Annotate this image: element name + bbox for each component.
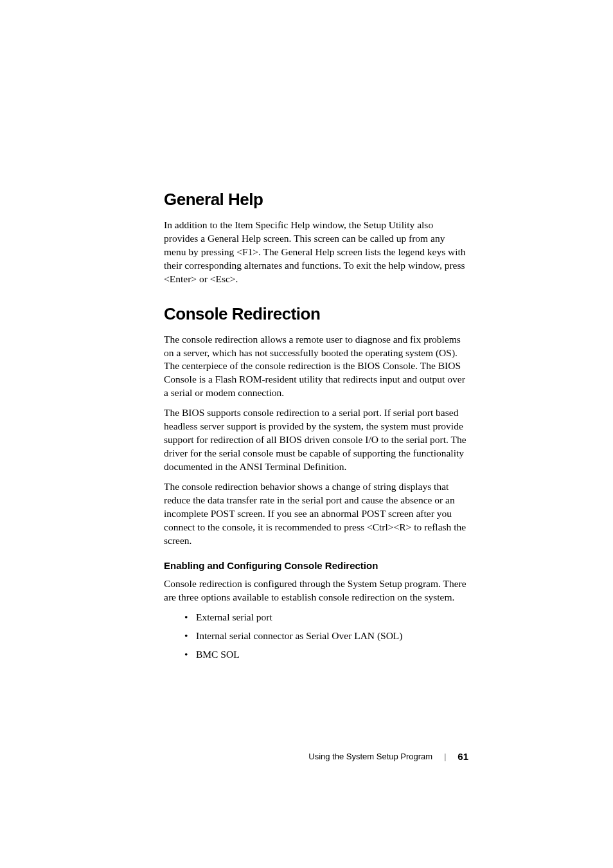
paragraph-cr-4: Console redirection is configured throug… xyxy=(164,577,468,604)
page-content: General Help In addition to the Item Spe… xyxy=(0,0,613,662)
list-item: External serial port xyxy=(184,611,468,624)
heading-general-help: General Help xyxy=(164,190,468,210)
page-number: 61 xyxy=(458,751,468,762)
footer-divider: | xyxy=(444,752,446,761)
paragraph-cr-2: The BIOS supports console redirection to… xyxy=(164,406,468,474)
page-footer: Using the System Setup Program | 61 xyxy=(308,751,468,762)
heading-console-redirection: Console Redirection xyxy=(164,304,468,324)
footer-label: Using the System Setup Program xyxy=(308,752,432,761)
paragraph-cr-1: The console redirection allows a remote … xyxy=(164,333,468,401)
list-item: Internal serial connector as Serial Over… xyxy=(184,629,468,643)
options-list: External serial port Internal serial con… xyxy=(184,611,468,662)
paragraph-general-help: In addition to the Item Specific Help wi… xyxy=(164,219,468,286)
list-item: BMC SOL xyxy=(184,648,468,662)
subheading-enabling-configuring: Enabling and Configuring Console Redirec… xyxy=(164,560,468,571)
paragraph-cr-3: The console redirection behavior shows a… xyxy=(164,480,468,548)
